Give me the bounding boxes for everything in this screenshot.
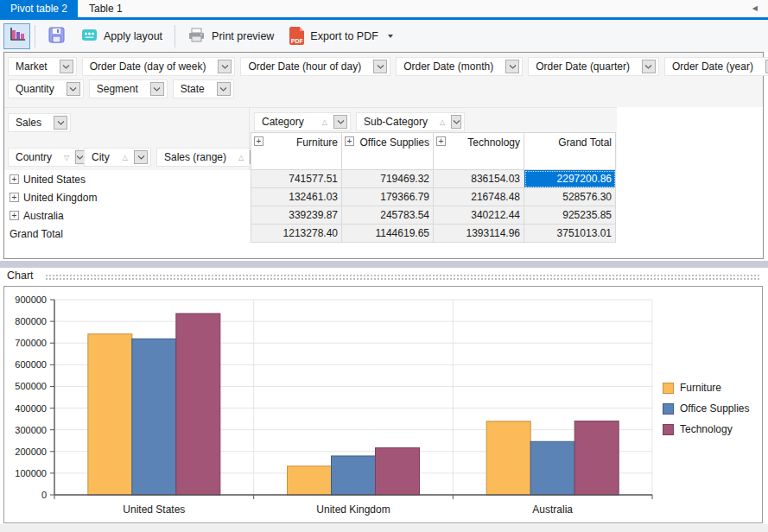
bar-office-supplies-australia[interactable]: [530, 441, 574, 495]
field-chip-sales-range[interactable]: Sales (range)△: [156, 148, 250, 167]
expand-icon[interactable]: +: [10, 174, 19, 184]
field-chip-sub-category[interactable]: Sub-Category△: [356, 112, 465, 131]
column-header-technology[interactable]: +Technology: [434, 132, 524, 170]
save-layout-button[interactable]: [40, 23, 73, 49]
field-chip-quantity[interactable]: Quantity: [8, 79, 84, 98]
field-label: City: [92, 151, 110, 163]
field-chip-country[interactable]: Country▽: [8, 148, 79, 167]
data-cell[interactable]: 245783.54: [342, 206, 434, 225]
data-cell[interactable]: 528576.30: [524, 188, 616, 206]
expand-icon[interactable]: +: [10, 211, 19, 220]
filter-dropdown-button[interactable]: [60, 60, 73, 73]
expand-icon[interactable]: +: [436, 136, 446, 146]
data-cell[interactable]: 2297200.86: [524, 170, 616, 188]
filter-dropdown-button[interactable]: [218, 60, 232, 73]
field-chip-order-date-year[interactable]: Order Date (year): [664, 57, 768, 76]
expand-icon[interactable]: +: [10, 193, 19, 202]
filter-dropdown-button[interactable]: [54, 116, 67, 130]
filter-dropdown-button[interactable]: [505, 60, 519, 73]
data-cell[interactable]: 3751013.01: [524, 225, 616, 243]
bar-chart-icon: [9, 27, 26, 45]
field-chip-city[interactable]: City△: [84, 148, 151, 167]
field-chip-order-date-month[interactable]: Order Date (month): [396, 57, 523, 76]
chart-group-label: Chart: [7, 269, 34, 282]
apply-layout-icon: [81, 28, 98, 45]
data-cell[interactable]: 1144619.65: [342, 225, 434, 243]
field-label: Order Date (year): [672, 60, 753, 73]
row-header-grand-total[interactable]: Grand Total: [5, 225, 251, 243]
field-chip-market[interactable]: Market: [8, 57, 77, 76]
field-chip-order-date-day-of-week[interactable]: Order Date (day of week): [82, 57, 236, 76]
y-axis-tick-label: 0: [41, 490, 47, 500]
data-cell[interactable]: 1213278.40: [251, 225, 342, 243]
row-header-australia[interactable]: +Australia: [5, 206, 251, 225]
data-cell[interactable]: 836154.03: [434, 170, 524, 188]
filter-dropdown-button[interactable]: [333, 115, 347, 129]
row-header-label: United States: [23, 174, 86, 186]
column-headers: +Furniture+Office Supplies+TechnologyGra…: [251, 132, 616, 170]
data-cell[interactable]: 925235.85: [524, 206, 616, 225]
bar-office-supplies-united-kingdom[interactable]: [332, 456, 376, 495]
print-preview-button[interactable]: Print preview: [180, 23, 282, 49]
expand-icon[interactable]: +: [254, 136, 263, 146]
data-cell[interactable]: 132461.03: [251, 188, 342, 206]
sort-asc-icon: △: [440, 118, 445, 126]
data-cell[interactable]: 1393114.96: [434, 225, 524, 243]
data-cell[interactable]: 719469.32: [342, 170, 434, 188]
tab-table-1[interactable]: Table 1: [77, 0, 135, 17]
field-label: Order Date (hour of day): [248, 60, 361, 73]
field-chip-category[interactable]: Category△: [254, 112, 351, 131]
filter-dropdown-button[interactable]: [642, 60, 656, 73]
export-to-pdf-button[interactable]: PDF Export to PDF: [282, 23, 401, 49]
bar-office-supplies-united-states[interactable]: [132, 339, 176, 495]
bar-furniture-australia[interactable]: [486, 421, 530, 495]
sort-asc-icon: △: [123, 154, 128, 162]
chart-panel: 0100000200000300000400000500000600000700…: [3, 286, 763, 523]
sort-desc-icon: ▽: [64, 154, 69, 162]
tab-scroll-left-icon[interactable]: ◀: [752, 4, 758, 13]
row-header-label: Australia: [23, 210, 64, 222]
data-cell[interactable]: 339239.87: [251, 206, 342, 225]
field-chip-state[interactable]: State: [173, 79, 234, 98]
filter-dropdown-button[interactable]: [451, 115, 461, 129]
field-chip-order-date-quarter[interactable]: Order Date (quarter): [528, 57, 659, 76]
row-headers: +United States+United Kingdom+AustraliaG…: [5, 170, 251, 243]
y-axis-tick-label: 300000: [15, 425, 47, 435]
filter-dropdown-button[interactable]: [134, 150, 148, 164]
bar-technology-australia[interactable]: [574, 421, 619, 495]
legend-swatch: [663, 403, 674, 415]
legend-label: Furniture: [680, 382, 721, 394]
row-header-united-kingdom[interactable]: +United Kingdom: [5, 188, 251, 206]
bar-furniture-united-states[interactable]: [88, 334, 132, 495]
data-cell[interactable]: 340212.44: [434, 206, 524, 225]
bar-furniture-united-kingdom[interactable]: [288, 466, 332, 495]
column-header-grand-total[interactable]: Grand Total: [524, 132, 616, 170]
y-axis-tick-label: 600000: [15, 359, 47, 370]
bar-technology-united-kingdom[interactable]: [376, 448, 420, 495]
row-header-united-states[interactable]: +United States: [5, 170, 251, 188]
field-chip-sales[interactable]: Sales: [8, 113, 71, 132]
data-cell[interactable]: 179366.79: [342, 188, 434, 206]
column-header-furniture[interactable]: +Furniture: [251, 132, 342, 170]
apply-layout-button[interactable]: Apply layout: [73, 23, 170, 49]
data-cell[interactable]: 741577.51: [251, 170, 342, 188]
expand-icon[interactable]: +: [345, 136, 354, 146]
data-cells: 741577.51719469.32836154.032297200.86132…: [251, 170, 616, 243]
show-chart-toggle-button[interactable]: [3, 23, 30, 49]
column-header-office-supplies[interactable]: +Office Supplies: [342, 132, 434, 170]
filter-dropdown-button[interactable]: [67, 82, 80, 96]
bar-technology-united-states[interactable]: [176, 314, 220, 495]
column-header-label: Grand Total: [558, 136, 612, 149]
filter-dropdown-button[interactable]: [373, 60, 387, 73]
field-chip-order-date-hour-of-day[interactable]: Order Date (hour of day): [240, 57, 390, 76]
filter-dropdown-button[interactable]: [217, 82, 231, 96]
legend-item-technology: Technology: [663, 423, 750, 435]
row-header-label: United Kingdom: [23, 192, 97, 204]
filter-dropdown-button[interactable]: [150, 82, 164, 96]
horizontal-splitter[interactable]: [0, 261, 768, 268]
row-header-label: Grand Total: [10, 228, 63, 240]
tab-pivot-table-2[interactable]: Pivot table 2: [0, 0, 78, 17]
apply-layout-label: Apply layout: [104, 30, 162, 42]
field-chip-segment[interactable]: Segment: [89, 79, 168, 98]
data-cell[interactable]: 216748.48: [434, 188, 524, 206]
